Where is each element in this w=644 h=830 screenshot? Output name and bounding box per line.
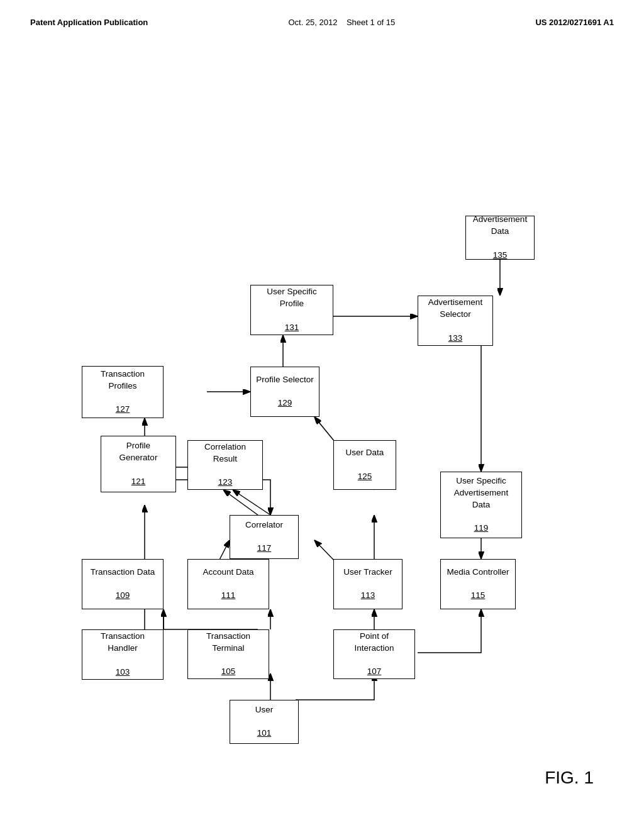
box-user-specific-profile: User Specific Profile 131 (250, 285, 333, 335)
header-date: Oct. 25, 2012 (288, 18, 337, 27)
box-correlation-result: Correlation Result 123 (187, 440, 263, 490)
diagram: Advertisement Data 135 Advertisement Sel… (0, 65, 644, 807)
box-user: User 101 (230, 700, 299, 744)
box-user-specific-ad-data: User Specific Advertisement Data 119 (440, 472, 522, 538)
box-transaction-handler: Transaction Handler 103 (82, 629, 164, 680)
page-header: Patent Application Publication Oct. 25, … (0, 0, 644, 27)
box-transaction-data: Transaction Data 109 (82, 559, 164, 609)
svg-line-23 (223, 490, 258, 515)
box-point-of-interaction: Point of Interaction 107 (333, 629, 415, 679)
box-transaction-terminal: Transaction Terminal 105 (187, 629, 269, 679)
box-media-controller: Media Controller 115 (440, 559, 516, 609)
arrows-svg (0, 65, 644, 807)
header-center: Oct. 25, 2012 Sheet 1 of 15 (288, 18, 395, 27)
box-advertisement-selector: Advertisement Selector 133 (418, 296, 493, 346)
header-sheet: Sheet 1 of 15 (347, 18, 395, 27)
svg-line-9 (233, 490, 270, 515)
box-correlator: Correlator 117 (230, 515, 299, 559)
box-advertisement-data: Advertisement Data 135 (465, 216, 535, 260)
box-profile-selector: Profile Selector 129 (250, 367, 319, 417)
box-user-tracker: User Tracker 113 (333, 559, 402, 609)
box-user-data: User Data 125 (333, 440, 396, 490)
figure-label: FIG. 1 (545, 768, 594, 788)
header-right: US 2012/0271691 A1 (535, 18, 614, 27)
box-account-data: Account Data 111 (187, 559, 269, 609)
header-left: Patent Application Publication (30, 18, 148, 27)
box-profile-generator: Profile Generator 121 (101, 436, 176, 492)
box-transaction-profiles: Transaction Profiles 127 (82, 366, 164, 418)
